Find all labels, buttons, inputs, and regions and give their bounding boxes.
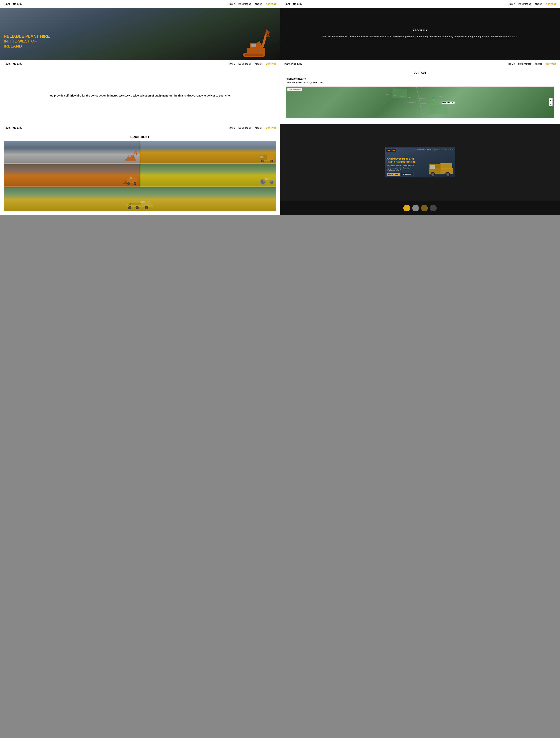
nav-about-4[interactable]: ABOUT (535, 63, 542, 65)
map-zoom-in[interactable]: + (549, 98, 553, 102)
svg-line-15 (136, 150, 137, 153)
equipment-roller (141, 164, 276, 187)
nav-equipment-4[interactable]: EQUIPMENT (518, 63, 531, 65)
nav-contact-5[interactable]: CONTACT (266, 127, 276, 129)
svg-point-46 (136, 207, 138, 209)
carousel-dots (280, 201, 560, 215)
svg-point-47 (146, 207, 148, 209)
equipment-excavator (4, 141, 139, 163)
hero-text: RELIABLE PLANT HIRE IN THE WEST OF IRELA… (4, 34, 50, 49)
preview-logo: GP HIRE (386, 149, 396, 152)
grader-icon (125, 196, 155, 211)
email-label: EMAIL: (286, 81, 293, 84)
panel-contact: Plant Plus Ltd. HOME EQUIPMENT ABOUT CON… (280, 60, 560, 124)
svg-rect-5 (251, 44, 256, 47)
preview-nav-3: A PROFITABLE BUSINESS (433, 149, 449, 150)
map-pin-icon: 📍 (431, 96, 436, 101)
panel-about: Plant Plus Ltd. HOME EQUIPMENT ABOUT CON… (280, 0, 560, 60)
svg-rect-40 (141, 201, 145, 203)
preview-card: GP HIRE 0845 505 70 70 PLANT HIRE ABOUT … (385, 147, 455, 177)
nav-equipment-panel: Plant Plus Ltd. HOME EQUIPMENT ABOUT CON… (0, 124, 280, 131)
svg-point-29 (128, 183, 129, 184)
nav-equipment-1[interactable]: EQUIPMENT (238, 3, 251, 5)
svg-rect-26 (130, 177, 132, 179)
svg-rect-9 (429, 105, 448, 114)
svg-rect-8 (392, 88, 407, 97)
svg-rect-13 (129, 155, 131, 157)
nav-contact-4[interactable]: CONTACT (546, 63, 556, 65)
svg-point-53 (431, 173, 434, 176)
nav-home-3[interactable]: HOME (229, 63, 235, 65)
preview-nav-bar: PLANT HIRE ABOUT A PROFITABLE BUSINESS N… (418, 149, 454, 150)
carousel-dot-1[interactable] (403, 205, 410, 212)
about-title: ABOUT US (413, 29, 427, 32)
nav-about-2[interactable]: ABOUT (535, 3, 543, 5)
phone-label: PHONE: (286, 78, 294, 80)
contact-info: PHONE: 0863129778 EMAIL: PLANTPLUSLTD@GM… (286, 77, 554, 85)
svg-point-45 (129, 207, 131, 209)
map-background: View larger map 📍 Plant Plus Ltd. + − (286, 87, 554, 118)
nav-contact-3[interactable]: CONTACT (266, 63, 276, 65)
panel-hero: Plant Plus Ltd. HOME EQUIPMENT ABOUT CON… (0, 0, 280, 60)
carousel-dot-4[interactable] (430, 205, 437, 212)
nav-equipment-3[interactable]: EQUIPMENT (238, 63, 251, 65)
preview-main: GP HIRE 0845 505 70 70 PLANT HIRE ABOUT … (280, 124, 560, 201)
logo-equipment: Plant Plus Ltd. (4, 126, 229, 129)
map-place-label: Plant Plus Ltd. (442, 101, 455, 104)
contact-title: CONTACT (286, 71, 554, 74)
preview-body-text: We have been operating in England and Wa… (387, 164, 416, 171)
nav-home-4[interactable]: HOME (508, 63, 515, 65)
nav-home-1[interactable]: HOME (229, 3, 235, 5)
preview-nav-4: NEWS (450, 149, 454, 150)
equipment-loader (4, 164, 139, 187)
preview-buttons: AVAILABLE PLANT MAKE ENQUIRY (387, 173, 413, 176)
preview-headline-2: HIRE ACROSS THE UK (387, 160, 415, 163)
equipment-grader (4, 187, 276, 212)
roller-icon (260, 173, 275, 186)
logo-about: Plant Plus Ltd. (284, 2, 509, 5)
svg-rect-32 (265, 178, 268, 180)
equipment-dumper (141, 141, 276, 163)
preview-dumper-icon (426, 159, 455, 177)
preview-nav-1: PLANT HIRE (418, 149, 426, 150)
svg-rect-49 (440, 163, 452, 169)
about-content: ABOUT US We are a family business based … (280, 8, 560, 60)
nav-equipment-5[interactable]: EQUIPMENT (238, 127, 251, 129)
map-container: View larger map 📍 Plant Plus Ltd. + − Ke… (286, 86, 554, 118)
nav-contact-1[interactable]: CONTACT (266, 3, 276, 5)
carousel-dot-2[interactable] (412, 205, 419, 212)
nav-home-2[interactable]: HOME (509, 3, 515, 5)
contact-content: CONTACT PHONE: 0863129778 EMAIL: PLANTPL… (280, 68, 560, 124)
hero-image: RELIABLE PLANT HIRE IN THE WEST OF IRELA… (0, 8, 280, 60)
carousel-dot-3[interactable] (421, 205, 428, 212)
nav-hero: Plant Plus Ltd. HOME EQUIPMENT ABOUT CON… (0, 0, 280, 8)
nav-equipment-2[interactable]: EQUIPMENT (518, 3, 531, 5)
phone-value: 0863129778 (294, 78, 306, 80)
map-zoom-out[interactable]: − (549, 102, 553, 106)
hero-headline: RELIABLE PLANT HIRE IN THE WEST OF IRELA… (4, 34, 50, 49)
svg-rect-37 (263, 180, 272, 182)
nav-about-1[interactable]: ABOUT (255, 3, 263, 5)
excavator-icon (239, 19, 276, 60)
nav-about-panel: Plant Plus Ltd. HOME EQUIPMENT ABOUT CON… (280, 0, 560, 8)
preview-btn-2[interactable]: MAKE ENQUIRY (401, 173, 413, 176)
nav-desc: Plant Plus Ltd. HOME EQUIPMENT ABOUT CON… (0, 60, 280, 68)
nav-contact-2[interactable]: CONTACT (546, 3, 556, 5)
nav-home-5[interactable]: HOME (229, 127, 235, 129)
map-zoom-controls: + − (549, 98, 553, 106)
svg-rect-56 (441, 164, 441, 168)
preview-btn-1[interactable]: AVAILABLE PLANT (387, 173, 400, 176)
nav-about-5[interactable]: ABOUT (255, 127, 263, 129)
excavator-small-icon (124, 148, 139, 162)
nav-about-3[interactable]: ABOUT (255, 63, 263, 65)
map-view-larger-link[interactable]: View larger map (287, 88, 302, 91)
loader-icon (123, 173, 139, 186)
description-text: We provide self-drive hire for the const… (50, 93, 231, 98)
logo-hero: Plant Plus Ltd. (4, 2, 229, 5)
email-line: EMAIL: PLANTPLUSLTD@GMAIL.COM (286, 81, 554, 85)
panel-preview: GP HIRE 0845 505 70 70 PLANT HIRE ABOUT … (280, 124, 560, 215)
svg-point-30 (134, 183, 136, 184)
svg-rect-19 (260, 156, 263, 158)
svg-point-23 (271, 160, 272, 162)
phone-line: PHONE: 0863129778 (286, 77, 554, 81)
